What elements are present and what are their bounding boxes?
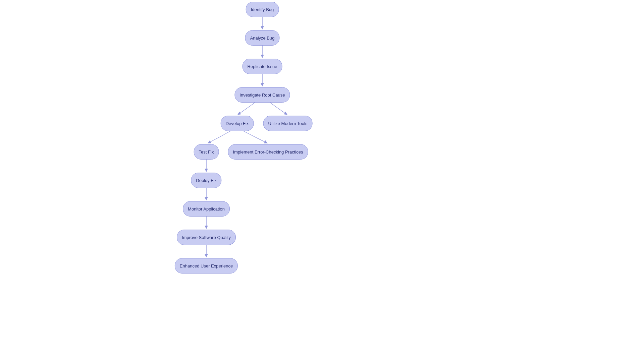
node-enhanced-user-experience[interactable]: Enhanced User Experience bbox=[175, 258, 238, 274]
edge-n5-n7 bbox=[208, 131, 230, 143]
node-investigate-root-cause[interactable]: Investigate Root Cause bbox=[234, 87, 290, 103]
node-implement-error-checking[interactable]: Implement Error-Checking Practices bbox=[228, 144, 308, 160]
node-identify-bug[interactable]: Identify Bug bbox=[246, 2, 279, 17]
node-utilize-modern-tools[interactable]: Utilize Modern Tools bbox=[263, 116, 313, 131]
node-improve-software-quality[interactable]: Improve Software Quality bbox=[177, 230, 236, 245]
node-test-fix[interactable]: Test Fix bbox=[194, 144, 219, 160]
node-replicate-issue[interactable]: Replicate Issue bbox=[243, 59, 282, 74]
node-deploy-fix[interactable]: Deploy Fix bbox=[191, 173, 221, 188]
edge-n4-n5 bbox=[238, 103, 255, 115]
flowchart-canvas: Identify Bug Analyze Bug Replicate Issue… bbox=[0, 0, 644, 362]
edges-layer bbox=[0, 0, 644, 362]
node-develop-fix[interactable]: Develop Fix bbox=[221, 116, 254, 131]
edge-n4-n6 bbox=[270, 103, 287, 115]
edge-n5-n8 bbox=[244, 131, 267, 143]
node-monitor-application[interactable]: Monitor Application bbox=[183, 201, 230, 217]
node-analyze-bug[interactable]: Analyze Bug bbox=[245, 30, 280, 46]
